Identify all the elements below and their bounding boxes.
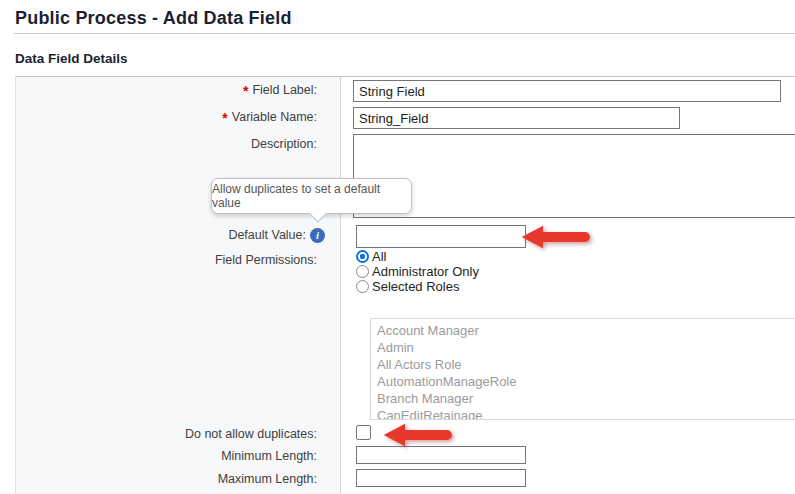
description-label: Description: <box>16 136 341 152</box>
section-title: Data Field Details <box>15 51 128 66</box>
permission-radio-option[interactable]: Selected Roles <box>356 279 479 294</box>
field-label-input[interactable] <box>353 80 781 102</box>
role-list-item[interactable]: Account Manager <box>371 322 795 339</box>
permission-radio-option[interactable]: All <box>356 249 479 264</box>
role-list-item[interactable]: CanEditRetainage <box>371 407 795 420</box>
red-arrow-icon <box>518 224 596 250</box>
radio-icon <box>356 265 369 278</box>
no-duplicates-checkbox[interactable] <box>356 425 371 440</box>
role-list-item[interactable]: Branch Manager <box>371 390 795 407</box>
radio-icon <box>356 280 369 293</box>
no-duplicates-label: Do not allow duplicates: <box>16 426 341 442</box>
field-label-label: * Field Label: <box>16 82 341 98</box>
roles-listbox[interactable]: Account ManagerAdminAll Actors RoleAutom… <box>370 318 795 420</box>
default-value-tooltip: Allow duplicates to set a default value <box>211 178 412 214</box>
add-data-field-page: Public Process - Add Data Field Data Fie… <box>0 0 795 494</box>
minimum-length-label: Minimum Length: <box>16 448 341 464</box>
minimum-length-input[interactable] <box>356 446 526 464</box>
page-title: Public Process - Add Data Field <box>15 8 292 29</box>
permission-radio-option[interactable]: Administrator Only <box>356 264 479 279</box>
info-icon[interactable]: i <box>310 228 325 243</box>
role-list-item[interactable]: All Actors Role <box>371 356 795 373</box>
field-permissions-label: Field Permissions: <box>16 252 341 268</box>
variable-name-input[interactable] <box>353 107 680 129</box>
variable-name-label: * Variable Name: <box>16 109 341 125</box>
red-arrow-icon <box>380 422 458 448</box>
default-value-input[interactable] <box>356 225 526 248</box>
data-field-details-form: * Field Label: * Variable Name: Descript… <box>15 76 795 494</box>
maximum-length-input[interactable] <box>356 469 526 487</box>
radio-icon <box>356 250 369 263</box>
role-list-item[interactable]: Admin <box>371 339 795 356</box>
maximum-length-label: Maximum Length: <box>16 471 341 487</box>
default-value-label: Default Value: i <box>16 227 341 243</box>
field-permissions-radio-group: All Administrator Only Selected Roles <box>356 249 479 294</box>
required-marker: * <box>222 110 227 126</box>
required-marker: * <box>243 83 248 99</box>
description-textarea[interactable] <box>353 134 795 218</box>
role-list-item[interactable]: AutomationManageRole <box>371 373 795 390</box>
title-divider <box>14 33 795 34</box>
